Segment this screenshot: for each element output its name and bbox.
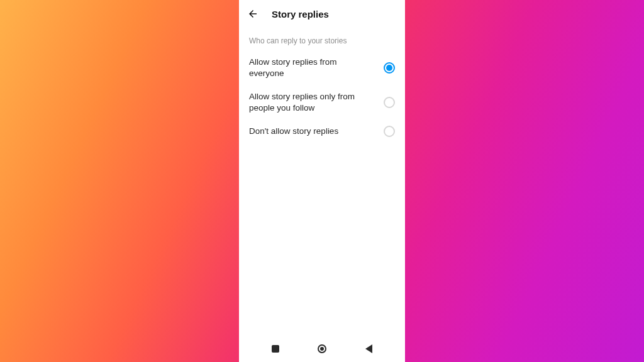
android-navbar xyxy=(239,338,405,362)
option-following[interactable]: Allow story replies only from people you… xyxy=(239,85,405,119)
option-label: Don't allow story replies xyxy=(249,126,376,137)
option-label: Allow story replies only from people you… xyxy=(249,91,376,113)
square-icon xyxy=(272,345,279,353)
circle-icon xyxy=(318,344,326,353)
radio-icon xyxy=(384,97,395,108)
back-button[interactable] xyxy=(247,8,259,20)
page-title: Story replies xyxy=(272,9,329,19)
phone-frame: Story replies Who can reply to your stor… xyxy=(239,0,405,362)
option-everyone[interactable]: Allow story replies from everyone xyxy=(239,50,405,85)
header-bar: Story replies xyxy=(239,0,405,28)
option-label: Allow story replies from everyone xyxy=(249,57,376,79)
option-none[interactable]: Don't allow story replies xyxy=(239,119,405,143)
arrow-left-icon xyxy=(247,8,258,19)
nav-back-button[interactable] xyxy=(364,344,374,354)
section-label: Who can reply to your stories xyxy=(239,28,405,50)
triangle-left-icon xyxy=(365,344,372,353)
radio-icon xyxy=(384,126,395,137)
radio-icon xyxy=(384,62,395,74)
nav-home-button[interactable] xyxy=(317,344,327,354)
nav-recents-button[interactable] xyxy=(270,344,280,354)
